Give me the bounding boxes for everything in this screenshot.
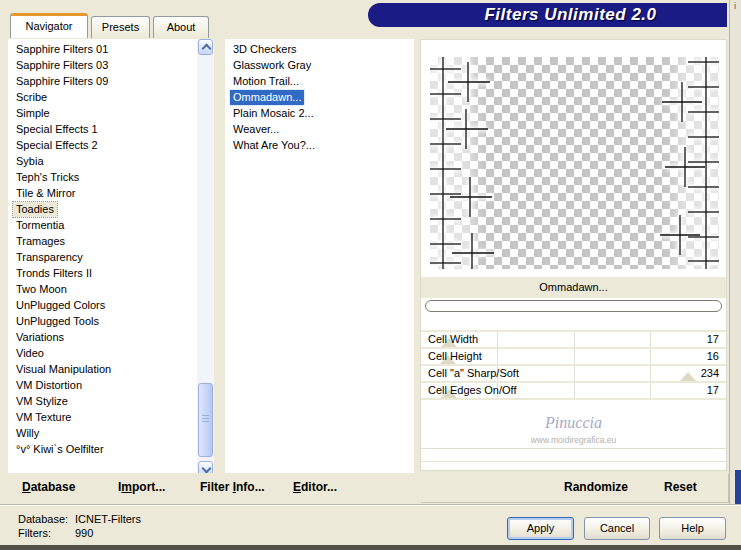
tab-about[interactable]: About xyxy=(153,16,209,38)
filter-item[interactable]: Glasswork Gray xyxy=(225,57,412,73)
category-item[interactable]: Video xyxy=(8,345,196,361)
apply-button[interactable]: Apply xyxy=(507,517,574,540)
chevron-up-icon xyxy=(202,44,212,54)
filter-item-label: Plain Mosaic 2... xyxy=(230,106,317,121)
category-item-label: VM Texture xyxy=(13,410,74,425)
category-item[interactable]: Tile & Mirror xyxy=(8,185,196,201)
progress-bar xyxy=(425,300,722,312)
slider-tick xyxy=(650,366,651,381)
category-item[interactable]: Sapphire Filters 09 xyxy=(8,73,196,89)
cross-marks-overlay xyxy=(430,57,719,269)
slider-cell-edges-on-off[interactable]: Cell Edges On/Off17 xyxy=(421,383,726,398)
category-item[interactable]: Tormentia xyxy=(8,217,196,233)
watermark-name: Pinuccia xyxy=(421,414,726,432)
category-item[interactable]: Tramages xyxy=(8,233,196,249)
category-item[interactable]: VM Stylize xyxy=(8,393,196,409)
slider-cell-height[interactable]: Cell Height16 xyxy=(421,349,726,364)
chevron-down-icon xyxy=(202,464,212,474)
slider-cell-width[interactable]: Cell Width17 xyxy=(421,332,726,347)
category-item[interactable]: Visual Manipulation xyxy=(8,361,196,377)
category-item[interactable]: UnPlugged Colors xyxy=(8,297,196,313)
slider-label: Cell Height xyxy=(428,349,482,364)
reset-button[interactable]: Reset xyxy=(664,473,697,502)
filter-item[interactable]: 3D Checkers xyxy=(225,41,412,57)
slider-tick xyxy=(574,349,575,364)
category-item-label: UnPlugged Tools xyxy=(13,314,102,329)
divider xyxy=(421,461,726,462)
database-button[interactable]: Database xyxy=(22,473,75,502)
filter-item[interactable]: Plain Mosaic 2... xyxy=(225,105,412,121)
category-item-label: VM Stylize xyxy=(13,394,71,409)
category-item[interactable]: Sybia xyxy=(8,153,196,169)
category-item[interactable]: Sapphire Filters 01 xyxy=(8,41,196,57)
category-scrollbar[interactable] xyxy=(197,39,214,477)
slider-tick xyxy=(497,332,498,347)
help-button[interactable]: Help xyxy=(659,517,726,540)
filter-item-label: Glasswork Gray xyxy=(230,58,314,73)
category-item[interactable]: Special Effects 2 xyxy=(8,137,196,153)
filter-item[interactable]: What Are You?... xyxy=(225,137,412,153)
label-part: ditor... xyxy=(301,480,337,494)
background-window-edge: i xyxy=(729,0,741,545)
category-item-label: Simple xyxy=(13,106,53,121)
tab-navigator[interactable]: Navigator xyxy=(10,13,88,38)
slider-thumb[interactable] xyxy=(680,372,696,381)
category-item[interactable]: Transparency xyxy=(8,249,196,265)
category-item-label: Sapphire Filters 01 xyxy=(13,42,111,57)
background-text-fragment: i xyxy=(734,1,736,11)
label-mnemonic: m xyxy=(121,480,132,494)
category-item-label: VM Distortion xyxy=(13,378,85,393)
category-item-label: Variations xyxy=(13,330,67,345)
status-filters-value: 990 xyxy=(75,527,93,540)
filter-info-button[interactable]: Filter Info... xyxy=(200,473,265,502)
selected-filter-name: Ommadawn... xyxy=(421,277,726,298)
category-item[interactable]: Tronds Filters II xyxy=(8,265,196,281)
category-item-label: Teph's Tricks xyxy=(13,170,82,185)
slider-value: 17 xyxy=(707,332,719,347)
category-item-label: UnPlugged Colors xyxy=(13,298,108,313)
status-database-label: Database: xyxy=(18,513,68,526)
category-item-label: Tormentia xyxy=(13,218,67,233)
cancel-button[interactable]: Cancel xyxy=(584,517,650,540)
label-part: Filter xyxy=(200,480,233,494)
label-mnemonic: E xyxy=(293,480,301,494)
filter-item[interactable]: Ommadawn... xyxy=(225,89,412,105)
category-item[interactable]: Simple xyxy=(8,105,196,121)
import-button[interactable]: Import... xyxy=(118,473,165,502)
randomize-strip: Randomize Reset xyxy=(420,473,728,502)
slider-label: Cell Width xyxy=(428,332,478,347)
category-item[interactable]: Willy xyxy=(8,425,196,441)
slider-label: Cell Edges On/Off xyxy=(428,383,516,398)
slider-value: 234 xyxy=(701,366,719,381)
category-item[interactable]: Teph's Tricks xyxy=(8,169,196,185)
filter-item[interactable]: Motion Trail... xyxy=(225,73,412,89)
category-item[interactable]: Variations xyxy=(8,329,196,345)
randomize-button[interactable]: Randomize xyxy=(564,473,628,502)
category-item[interactable]: Sapphire Filters 03 xyxy=(8,57,196,73)
category-item[interactable]: °v° Kiwi`s Oelfilter xyxy=(8,441,196,457)
filter-item-label: Motion Trail... xyxy=(230,74,302,89)
app-title-banner: Filters Unlimited 2.0 xyxy=(368,3,727,27)
category-item[interactable]: VM Texture xyxy=(8,409,196,425)
slider-tick xyxy=(650,332,651,347)
filter-item[interactable]: Weaver... xyxy=(225,121,412,137)
preview-panel: Ommadawn... Cell Width17Cell Height16Cel… xyxy=(420,39,727,471)
category-item[interactable]: Two Moon xyxy=(8,281,196,297)
slider-tick xyxy=(650,349,651,364)
category-item[interactable]: Scribe xyxy=(8,89,196,105)
scroll-up-button[interactable] xyxy=(198,39,213,55)
scroll-thumb[interactable] xyxy=(198,383,213,457)
slider-cell-a-sharp-soft[interactable]: Cell "a" Sharp/Soft234 xyxy=(421,366,726,381)
tab-presets[interactable]: Presets xyxy=(91,16,150,38)
filters-unlimited-dialog: Filters Unlimited 2.0 i Navigator Preset… xyxy=(0,0,741,550)
category-item[interactable]: Toadies xyxy=(8,201,196,217)
category-item[interactable]: UnPlugged Tools xyxy=(8,313,196,329)
editor-button[interactable]: Editor... xyxy=(293,473,337,502)
category-item[interactable]: Special Effects 1 xyxy=(8,121,196,137)
slider-label: Cell "a" Sharp/Soft xyxy=(428,366,519,381)
category-item[interactable]: VM Distortion xyxy=(8,377,196,393)
status-bar: Database: ICNET-Filters Filters: 990 App… xyxy=(0,505,741,546)
category-item-label: Special Effects 2 xyxy=(13,138,101,153)
filter-item-label: Ommadawn... xyxy=(230,90,304,105)
slider-tick xyxy=(574,366,575,381)
